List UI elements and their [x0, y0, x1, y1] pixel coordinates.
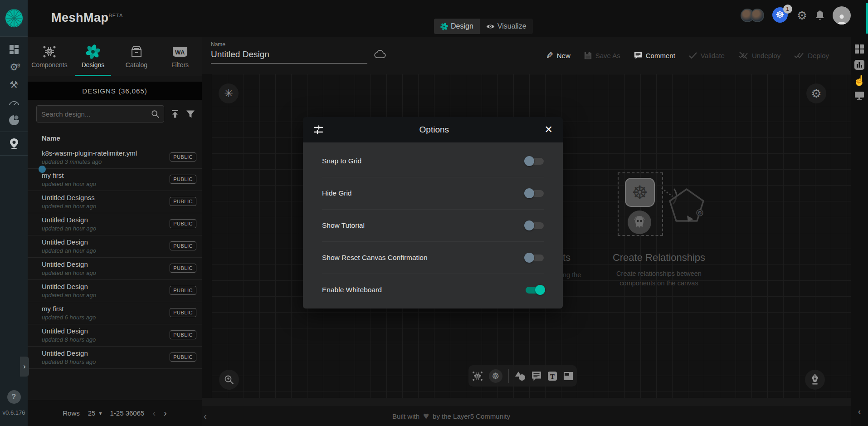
new-button[interactable]: ✎ New — [546, 50, 571, 61]
design-row[interactable]: Untitled Design updated an hour ago PUBL… — [28, 258, 202, 280]
design-name-input[interactable] — [211, 49, 367, 64]
design-row[interactable]: k8s-wasm-plugin-ratelimiter.yml updated … — [28, 147, 202, 169]
tab-design[interactable]: Design — [434, 19, 480, 34]
hide-grid-toggle[interactable] — [526, 190, 544, 197]
dock-shapes-tool[interactable] — [515, 371, 526, 381]
dock-media-tool[interactable] — [563, 372, 573, 381]
visibility-badge: PUBLIC — [170, 152, 196, 162]
validate-button[interactable]: Validate — [689, 52, 725, 59]
meshsync-status-button[interactable]: ✳ — [219, 83, 239, 103]
collapse-left-panel-button[interactable]: ‹ — [204, 409, 207, 423]
nav-performance[interactable] — [0, 93, 28, 111]
next-page-button[interactable]: › — [164, 408, 167, 418]
designs-panel: Components Designs — [28, 37, 202, 426]
canvas-bottom-band — [202, 398, 851, 406]
design-row[interactable]: Untitled Design updated 8 hours ago PUBL… — [28, 324, 202, 347]
nav-meshmap[interactable] — [0, 135, 28, 152]
design-row[interactable]: my first updated 6 hours ago PUBLIC — [28, 302, 202, 324]
shapes-icon — [515, 371, 526, 381]
meshery-logo-icon — [5, 9, 23, 28]
reset-canvas-confirmation-toggle[interactable] — [526, 255, 544, 261]
screen-share-button[interactable] — [854, 91, 864, 102]
close-icon[interactable]: ✕ — [545, 125, 553, 135]
analytics-button[interactable] — [854, 59, 865, 72]
rows-per-page-select[interactable]: 25 ▾ — [88, 409, 102, 417]
filter-button[interactable] — [186, 110, 195, 118]
layouts-button[interactable] — [854, 44, 864, 56]
previous-page-button[interactable]: ‹ — [152, 408, 156, 418]
canvas-right-rail: ☝ ‹ — [851, 37, 868, 426]
save-as-button[interactable]: Save As — [584, 52, 620, 59]
floppy-icon — [584, 52, 592, 59]
gears-icon: ⚙⚙ — [10, 62, 18, 73]
beta-badge: BETA — [109, 13, 123, 18]
tab-designs[interactable]: Designs — [71, 37, 115, 76]
comment-button[interactable]: Comment — [634, 51, 675, 59]
kubernetes-context-count: 1 — [783, 5, 792, 14]
check-icon — [689, 52, 697, 59]
search-icon[interactable] — [151, 110, 159, 118]
design-row[interactable]: Untitled Design updated an hour ago PUBL… — [28, 213, 202, 235]
help-button[interactable]: ? — [7, 390, 21, 404]
visibility-badge: PUBLIC — [170, 330, 196, 339]
snap-to-grid-toggle[interactable] — [526, 158, 544, 165]
design-row[interactable]: Untitled Design updated 8 hours ago PUBL… — [28, 347, 202, 369]
search-input[interactable] — [41, 110, 151, 118]
collaborator-avatars[interactable] — [741, 9, 764, 22]
options-modal: Options ✕ Snap to Grid Hide Grid Show Tu… — [303, 117, 563, 308]
deploy-button[interactable]: Deploy — [794, 52, 829, 59]
cloud-sync-icon[interactable] — [374, 50, 386, 60]
chevron-right-icon: › — [23, 362, 25, 371]
sidebar-expander[interactable]: › — [20, 357, 29, 377]
design-row[interactable]: my first updated an hour ago PUBLIC — [28, 169, 202, 191]
tab-filters[interactable]: WA Filters — [158, 37, 202, 76]
pencil-icon: ✎ — [546, 50, 553, 61]
touch-hand-icon: ☝ — [853, 75, 865, 86]
visibility-badge: PUBLIC — [170, 241, 196, 250]
dock-components-tool[interactable] — [472, 371, 483, 382]
design-row[interactable]: Untitled Design updated an hour ago PUBL… — [28, 235, 202, 258]
collapse-right-panel-button[interactable]: ‹ — [858, 407, 861, 416]
notifications-button[interactable] — [815, 10, 824, 20]
design-search[interactable] — [36, 105, 164, 122]
zoom-in-button[interactable] — [219, 370, 239, 390]
visibility-badge: PUBLIC — [170, 286, 196, 295]
interaction-mode-button[interactable]: ☝ — [853, 75, 865, 87]
magnifier-plus-icon — [224, 375, 234, 385]
undeploy-icon — [738, 52, 748, 59]
tab-catalog[interactable]: Catalog — [115, 37, 158, 76]
user-avatar[interactable] — [833, 6, 851, 24]
design-row[interactable]: Untitled Designss updated an hour ago PU… — [28, 191, 202, 213]
options-modal-body: Snap to Grid Hide Grid Show Tutorial Sho… — [303, 142, 563, 308]
undeploy-button[interactable]: Undeploy — [738, 52, 780, 59]
heart-icon: ♥ — [423, 411, 429, 421]
tab-components[interactable]: Components — [28, 37, 71, 76]
tab-visualize-label: Visualize — [497, 22, 527, 30]
nav-mesh[interactable] — [0, 111, 28, 129]
monitor-icon — [854, 91, 864, 100]
enable-whiteboard-toggle[interactable] — [526, 287, 544, 294]
design-row[interactable]: Untitled Design updated an hour ago PUBL… — [28, 280, 202, 302]
tutorial-body: Create relationships between components … — [600, 269, 718, 288]
dock-kubernetes-tool[interactable]: ☸ — [489, 369, 502, 383]
settings-button[interactable]: ⚙ — [797, 9, 807, 23]
nav-lifecycle[interactable]: ⚙⚙ — [0, 58, 28, 76]
person-icon — [836, 13, 848, 24]
column-header-name[interactable]: Name — [42, 134, 60, 142]
dock-text-tool[interactable]: T — [547, 371, 557, 381]
publish-upload-button[interactable] — [171, 109, 180, 118]
nav-configuration[interactable]: ⚒ — [0, 76, 28, 93]
dashboard-icon — [9, 44, 19, 54]
whiteboard-pen-button[interactable] — [805, 370, 825, 390]
dock-comment-tool[interactable] — [532, 371, 541, 381]
design-actions: ✎ New Save As Comment — [546, 37, 829, 74]
canvas-settings-button[interactable]: ⚙ — [806, 83, 826, 103]
meshery-logo[interactable] — [0, 0, 28, 37]
tab-visualize[interactable]: Visualize — [480, 19, 533, 34]
pagination-range: 1-25 36065 — [110, 409, 144, 417]
nav-dashboard[interactable] — [0, 40, 28, 58]
tab-catalog-label: Catalog — [126, 61, 147, 69]
show-tutorial-toggle[interactable] — [526, 222, 544, 229]
header-actions: ☸ 1 ⚙ — [741, 6, 851, 24]
kubernetes-context-button[interactable]: ☸ 1 — [772, 7, 789, 24]
